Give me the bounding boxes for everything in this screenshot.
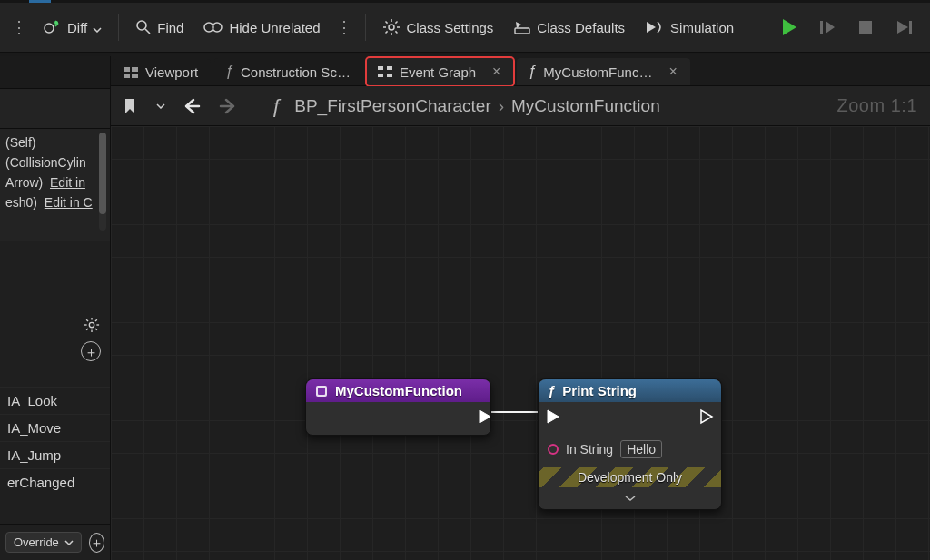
- class-settings-button[interactable]: Class Settings: [373, 13, 502, 42]
- pin-label: In String: [566, 442, 613, 457]
- breadcrumb-separator: ›: [499, 96, 504, 116]
- toolbar-more-left-icon[interactable]: ⋮: [5, 17, 33, 37]
- node-expand-button[interactable]: [548, 487, 712, 509]
- graph-canvas[interactable]: MyCustomFunction ƒ Print String: [111, 126, 930, 560]
- tab-label: MyCustomFunc…: [543, 64, 652, 80]
- svg-line-13: [386, 31, 388, 33]
- svg-rect-18: [820, 21, 823, 34]
- breadcrumb[interactable]: BP_FirstPersonCharacter › MyCustomFuncti…: [294, 96, 659, 116]
- class-settings-label: Class Settings: [406, 20, 493, 35]
- exec-input-pin[interactable]: [544, 408, 562, 429]
- play-button[interactable]: [774, 12, 805, 43]
- svg-line-11: [386, 22, 388, 24]
- chevron-down-icon[interactable]: [154, 94, 167, 118]
- gear-icon[interactable]: [83, 316, 101, 334]
- add-button[interactable]: ＋: [89, 533, 104, 553]
- close-icon[interactable]: ×: [492, 64, 500, 80]
- node-print-string[interactable]: ƒ Print String In String Hello Developme…: [538, 378, 722, 510]
- find-button[interactable]: Find: [126, 14, 193, 41]
- svg-rect-37: [387, 66, 392, 70]
- svg-line-29: [95, 329, 97, 330]
- step-button[interactable]: [812, 12, 843, 43]
- viewport-icon: [124, 67, 138, 78]
- svg-line-30: [86, 329, 88, 330]
- pin-row-in-string: In String Hello: [548, 440, 712, 458]
- nav-back-button[interactable]: [180, 94, 203, 118]
- edit-link[interactable]: Edit in C: [45, 195, 93, 210]
- function-icon: ƒ: [528, 64, 536, 80]
- breadcrumb-leaf[interactable]: MyCustomFunction: [511, 96, 660, 116]
- string-input-value[interactable]: Hello: [620, 440, 662, 458]
- tab-label: Viewport: [145, 64, 198, 80]
- svg-line-3: [145, 29, 150, 34]
- string-input-pin[interactable]: [548, 444, 559, 455]
- function-entry-icon: [315, 385, 328, 398]
- development-only-banner: Development Only: [539, 467, 721, 487]
- component-label: Arrow): [5, 175, 43, 190]
- chevron-down-icon: [64, 540, 74, 545]
- svg-line-31: [95, 319, 97, 321]
- svg-rect-33: [132, 67, 138, 72]
- function-icon: ƒ: [225, 64, 233, 80]
- tab-construction-script[interactable]: ƒ Construction Sc…: [214, 58, 363, 85]
- tab-event-graph[interactable]: Event Graph ×: [367, 58, 514, 85]
- svg-rect-36: [378, 66, 383, 70]
- node-header[interactable]: ƒ Print String: [539, 379, 721, 402]
- exec-wire: [486, 410, 543, 414]
- variable-label: IA_Jump: [7, 447, 61, 463]
- variable-row[interactable]: IA_Jump: [0, 441, 110, 468]
- scrollbar[interactable]: [99, 133, 106, 231]
- simulation-button[interactable]: Simulation: [636, 14, 743, 41]
- close-icon[interactable]: ×: [668, 64, 677, 80]
- function-icon: ƒ: [548, 383, 555, 398]
- component-row[interactable]: (Self): [0, 133, 110, 152]
- diff-button[interactable]: Diff: [35, 14, 111, 41]
- toolbar-more-mid-icon[interactable]: ⋮: [331, 17, 358, 37]
- component-label: (CollisionCylin: [5, 155, 86, 170]
- tab-label: Event Graph: [400, 64, 476, 80]
- add-button[interactable]: ＋: [81, 341, 101, 361]
- simulation-icon: [645, 19, 665, 35]
- node-header[interactable]: MyCustomFunction: [306, 379, 490, 402]
- svg-marker-17: [783, 19, 796, 35]
- zoom-indicator: Zoom 1:1: [837, 95, 917, 116]
- transport-controls: [774, 12, 919, 43]
- component-row[interactable]: (CollisionCylin: [0, 152, 110, 172]
- chevron-down-icon: [93, 20, 102, 35]
- node-title: MyCustomFunction: [335, 383, 462, 398]
- search-icon: [135, 19, 152, 35]
- variable-row[interactable]: IA_Look: [0, 387, 110, 414]
- components-list[interactable]: (Self) (CollisionCylin Arrow) Edit in es…: [0, 129, 110, 241]
- override-dropdown[interactable]: Override: [5, 532, 82, 553]
- variable-label: erChanged: [7, 475, 74, 490]
- node-mycustomfunction[interactable]: MyCustomFunction: [305, 378, 491, 436]
- bookmark-icon[interactable]: [118, 94, 142, 118]
- svg-rect-39: [387, 74, 392, 77]
- scrollbar-thumb[interactable]: [99, 133, 106, 214]
- breadcrumb-root[interactable]: BP_FirstPersonCharacter: [294, 96, 490, 116]
- variable-row[interactable]: erChanged: [0, 468, 110, 496]
- component-row[interactable]: esh0) Edit in C: [0, 192, 110, 212]
- class-defaults-button[interactable]: Class Defaults: [504, 13, 634, 42]
- tab-viewport[interactable]: Viewport: [113, 59, 211, 85]
- svg-rect-42: [318, 388, 325, 395]
- svg-marker-21: [897, 21, 908, 34]
- svg-point-6: [389, 25, 394, 30]
- svg-line-12: [396, 31, 398, 33]
- variable-label: IA_Move: [7, 420, 61, 436]
- class-defaults-icon: [513, 18, 531, 36]
- component-row[interactable]: Arrow) Edit in: [0, 172, 110, 192]
- nav-forward-button[interactable]: [216, 94, 240, 118]
- edit-link[interactable]: Edit in: [50, 175, 85, 190]
- eject-button[interactable]: [888, 12, 919, 43]
- exec-output-pin[interactable]: [698, 408, 716, 429]
- gear-icon: [382, 18, 401, 36]
- svg-rect-15: [515, 28, 529, 34]
- svg-rect-20: [859, 21, 872, 34]
- graph-navbar: ƒ BP_FirstPersonCharacter › MyCustomFunc…: [111, 86, 930, 126]
- exec-output-pin[interactable]: [476, 408, 494, 429]
- tab-mycustomfunction[interactable]: ƒ MyCustomFunc… ×: [517, 58, 689, 85]
- variable-row[interactable]: IA_Move: [0, 414, 110, 441]
- hide-unrelated-button[interactable]: Hide Unrelated: [194, 14, 329, 41]
- stop-button[interactable]: [850, 12, 881, 43]
